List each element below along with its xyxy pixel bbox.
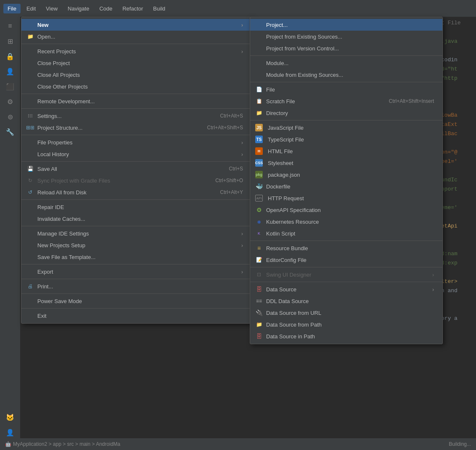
arrow-icon: › [241, 269, 243, 275]
statusbar-building: Building... [449, 441, 471, 447]
separator [250, 55, 442, 56]
openapi-icon: ⚙ [255, 206, 263, 214]
menu-item-remote-dev[interactable]: Remote Development... [21, 95, 251, 107]
submenu-item-project-existing[interactable]: Project from Existing Sources... [250, 31, 442, 42]
sidebar-icon-8[interactable]: 🔧 [4, 126, 16, 138]
menu-item-close-project[interactable]: Close Project [21, 57, 251, 69]
submenu-item-scratch[interactable]: 📋 Scratch File Ctrl+Alt+Shift+Insert [250, 95, 442, 107]
css-icon: CSS [255, 159, 263, 167]
submenu-item-swing[interactable]: ⊡ Swing UI Designer › [250, 269, 442, 280]
new-submenu: Project... Project from Existing Sources… [250, 17, 443, 344]
project-struct-icon: ⊞⊞ [26, 124, 34, 131]
arrow-icon: › [241, 230, 243, 237]
submenu-item-kotlin[interactable]: K Kotlin Script [250, 228, 442, 239]
submenu-item-k8s[interactable]: ⎈ Kubernetes Resource [250, 216, 442, 228]
submenu-item-pkg[interactable]: pkg package.json [250, 169, 442, 181]
submenu-item-js[interactable]: JS JavaScript File [250, 122, 442, 133]
module-icon [255, 59, 263, 67]
sidebar-icon-3[interactable]: 🔒 [4, 50, 16, 62]
template-icon [26, 253, 34, 261]
close-other-icon [26, 83, 34, 90]
separator [21, 161, 251, 162]
remote-icon [26, 97, 34, 105]
reload-icon: ↺ [26, 188, 34, 196]
submenu-item-directory[interactable]: 📁 Directory [250, 107, 442, 119]
sidebar-icon-person[interactable]: 👤 [4, 426, 16, 438]
sidebar-icon-5[interactable]: ⬛ [4, 81, 16, 92]
folder-icon: 📁 [26, 33, 34, 40]
submenu-item-ds-in-path[interactable]: 🗄 Data Source in Path [250, 330, 442, 342]
k8s-icon: ⎈ [255, 218, 263, 225]
separator [21, 199, 251, 200]
sidebar-icon-cat[interactable]: 🐱 [4, 411, 16, 423]
submenu-item-ts[interactable]: TS TypeScript File [250, 133, 442, 145]
sidebar-icon-6[interactable]: ⚙ [4, 96, 16, 107]
sidebar-icon-1[interactable]: ≡ [4, 20, 16, 32]
http-icon: API [255, 195, 263, 201]
submenu-item-module-existing[interactable]: Module from Existing Sources... [250, 69, 442, 81]
directory-icon: 📁 [255, 109, 263, 117]
sidebar-icon-7[interactable]: ⊚ [4, 111, 16, 123]
menu-item-close-all[interactable]: Close All Projects [21, 69, 251, 81]
menu-build[interactable]: Build [149, 4, 170, 13]
menu-file[interactable]: File [3, 4, 21, 13]
submenu-item-file[interactable]: 📄 File [250, 84, 442, 95]
menu-item-power-save[interactable]: Power Save Mode [21, 295, 251, 307]
menu-item-invalidate[interactable]: Invalidate Caches... [21, 213, 251, 225]
menu-refactor[interactable]: Refactor [118, 4, 147, 13]
submenu-item-project[interactable]: Project... [250, 19, 442, 31]
menu-item-save-all[interactable]: 💾 Save All Ctrl+S [21, 163, 251, 175]
print-icon: 🖨 [26, 283, 34, 290]
menu-item-manage-ide[interactable]: Manage IDE Settings › [21, 228, 251, 239]
submenu-item-resource-bundle[interactable]: ≡ Resource Bundle [250, 242, 442, 254]
sync-icon: ↻ [26, 177, 34, 184]
menu-edit[interactable]: Edit [22, 4, 40, 13]
separator [21, 264, 251, 264]
submenu-item-openapi[interactable]: ⚙ OpenAPI Specification [250, 204, 442, 216]
menu-item-recent[interactable]: Recent Projects › [21, 45, 251, 57]
sidebar-icon-2[interactable]: ⊞ [4, 35, 16, 47]
editor-config-icon: 📝 [255, 256, 263, 264]
statusbar-path: 🤖 MyApplication2 > app > src > main > An… [5, 441, 120, 447]
menu-item-repair-ide[interactable]: Repair IDE [21, 201, 251, 213]
menu-code[interactable]: Code [95, 4, 117, 13]
sidebar-icon-4[interactable]: 👤 [4, 65, 16, 77]
submenu-item-module[interactable]: Module... [250, 57, 442, 69]
settings-icon: ⁝⁝⁝ [26, 112, 34, 120]
menu-item-save-template[interactable]: Save File as Template... [21, 251, 251, 263]
separator [21, 108, 251, 109]
menu-item-project-structure[interactable]: ⊞⊞ Project Structure... Ctrl+Alt+Shift+S [21, 122, 251, 133]
menu-item-reload[interactable]: ↺ Reload All from Disk Ctrl+Alt+Y [21, 186, 251, 198]
menu-navigate[interactable]: Navigate [63, 4, 93, 13]
submenu-item-css[interactable]: CSS Stylesheet [250, 157, 442, 169]
submenu-item-ds-path[interactable]: 📁 Data Source from Path [250, 319, 442, 330]
menu-item-sync-gradle[interactable]: ↻ Sync Project with Gradle Files Ctrl+Sh… [21, 175, 251, 186]
pkg-icon: pkg [255, 171, 263, 178]
menu-view[interactable]: View [42, 4, 62, 13]
menu-item-open[interactable]: 📁 Open... [21, 31, 251, 42]
menu-item-close-other[interactable]: Close Other Projects [21, 81, 251, 92]
menu-item-new-projects-setup[interactable]: New Projects Setup › [21, 239, 251, 251]
arrow-icon: › [241, 151, 243, 157]
invalidate-icon [26, 215, 34, 222]
ds-path-icon: 📁 [255, 321, 263, 328]
menu-item-export[interactable]: Export › [21, 266, 251, 277]
menu-item-exit[interactable]: Exit [21, 310, 251, 322]
menu-item-local-history[interactable]: Local History › [21, 148, 251, 160]
submenu-item-docker[interactable]: 🐳 Dockerfile [250, 181, 442, 192]
submenu-item-http[interactable]: API HTTP Request [250, 192, 442, 204]
menu-item-print[interactable]: 🖨 Print... [21, 280, 251, 292]
export-icon [26, 268, 34, 275]
submenu-item-ds-url[interactable]: 🔌 Data Source from URL [250, 307, 442, 319]
separator [250, 241, 442, 241]
submenu-item-data-source[interactable]: 🗄 Data Source › [250, 283, 442, 295]
submenu-item-html[interactable]: H HTML File [250, 145, 442, 157]
new-icon [26, 21, 34, 29]
submenu-item-ddl[interactable]: ≡≡ DDL Data Source [250, 295, 442, 307]
new-projects-icon [26, 241, 34, 249]
submenu-item-editor-config[interactable]: 📝 EditorConfig File [250, 254, 442, 266]
menu-item-new[interactable]: New › [21, 19, 251, 31]
menu-item-settings[interactable]: ⁝⁝⁝ Settings... Ctrl+Alt+S [21, 110, 251, 122]
menu-item-file-props[interactable]: File Properties › [21, 136, 251, 148]
submenu-item-project-vcs[interactable]: Project from Version Control... [250, 42, 442, 54]
